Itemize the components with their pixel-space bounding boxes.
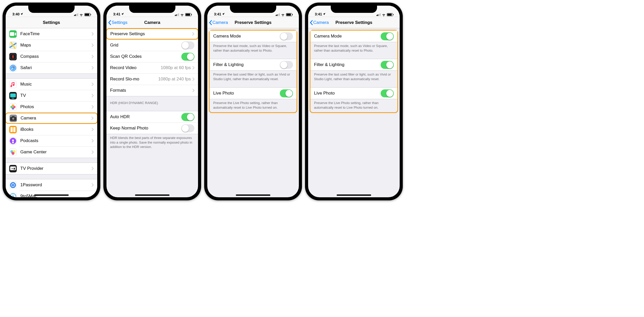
row-value: 1080p at 240 fps [158, 77, 191, 82]
chevron-right-icon [192, 89, 194, 92]
maps-icon [9, 42, 17, 49]
tv-icon [9, 92, 17, 99]
settings-row-auto-hdr[interactable]: Auto HDR [106, 111, 198, 123]
wifi-icon [382, 13, 386, 16]
settings-row-filter-lighting[interactable]: Filter & Lighting [310, 59, 397, 70]
settings-row-camera-mode[interactable]: Camera Mode [310, 31, 397, 42]
settings-row-podcasts[interactable]: Podcasts [6, 135, 97, 146]
settings-row-game-center[interactable]: Game Center [6, 146, 97, 158]
wifi-icon [79, 13, 83, 16]
toggle-switch[interactable] [280, 61, 293, 69]
photos-icon [9, 103, 17, 111]
home-indicator[interactable] [236, 194, 270, 196]
nav-bar: CameraPreserve Settings [207, 17, 299, 28]
signal-icon [74, 13, 78, 16]
settings-row-camera[interactable]: Camera [6, 113, 97, 124]
row-label: Podcasts [20, 138, 92, 143]
settings-row-tv[interactable]: TV [6, 90, 97, 101]
settings-row-keep-normal-photo[interactable]: Keep Normal Photo [106, 123, 198, 134]
home-indicator[interactable] [337, 194, 371, 196]
location-icon [222, 12, 225, 16]
group-footer: Preserve the Live Photo setting, rather … [310, 99, 397, 111]
books-icon [9, 126, 17, 133]
group-header: HDR (HIGH DYNAMIC RANGE) [106, 96, 198, 106]
settings-row-record-video[interactable]: Record Video1080p at 60 fps [106, 62, 198, 73]
toggle-switch[interactable] [381, 61, 394, 69]
settings-content[interactable]: Camera ModePreserve the last mode, such … [207, 28, 299, 197]
svg-rect-22 [13, 184, 13, 186]
row-label: Record Video [110, 65, 161, 70]
chevron-right-icon [91, 116, 93, 120]
row-label: Grid [110, 43, 181, 48]
battery-icon [387, 13, 393, 16]
row-label: Preserve Settings [110, 31, 192, 36]
settings-row-camera-mode[interactable]: Camera Mode [210, 31, 297, 42]
settings-row-1password[interactable]: 1Password [6, 179, 97, 191]
toggle-switch[interactable] [381, 32, 394, 40]
location-icon [121, 12, 124, 16]
nav-back-button[interactable]: Camera [308, 20, 329, 25]
row-label: TV [20, 93, 92, 98]
music-icon [9, 81, 17, 88]
settings-row-live-photo[interactable]: Live Photo [310, 88, 397, 99]
signal-icon [175, 13, 179, 16]
camera-icon [10, 115, 17, 122]
compass-icon [9, 53, 17, 60]
safari-icon [9, 64, 17, 72]
nineto5-icon [9, 193, 17, 198]
settings-row-filter-lighting[interactable]: Filter & Lighting [210, 59, 297, 70]
toggle-switch[interactable] [381, 89, 394, 97]
battery-icon [84, 13, 91, 16]
settings-row-maps[interactable]: Maps [6, 40, 97, 51]
chevron-right-icon [192, 66, 194, 70]
settings-row-formats[interactable]: Formats [106, 85, 198, 96]
location-icon [20, 12, 23, 16]
settings-row-grid[interactable]: Grid [106, 40, 198, 51]
svg-point-10 [10, 106, 13, 108]
settings-row-compass[interactable]: Compass [6, 51, 97, 62]
row-label: Record Slo-mo [110, 77, 158, 82]
settings-content[interactable]: FaceTimeMapsCompassSafariMusicTVPhotosCa… [6, 28, 97, 197]
toggle-switch[interactable] [280, 89, 293, 97]
settings-row-preserve-settings[interactable]: Preserve Settings [106, 28, 198, 40]
settings-row-facetime[interactable]: FaceTime [6, 28, 97, 40]
row-label: Filter & Lighting [314, 62, 381, 67]
settings-row-safari[interactable]: Safari [6, 62, 97, 73]
home-indicator[interactable] [135, 194, 169, 196]
settings-row-9to5mac[interactable]: 9to5Mac [6, 191, 97, 197]
nav-bar: Settings [6, 17, 97, 28]
svg-rect-17 [10, 166, 16, 170]
settings-content[interactable]: Camera ModePreserve the last mode, such … [308, 28, 400, 197]
toggle-switch[interactable] [181, 113, 194, 121]
nav-back-button[interactable]: Camera [207, 20, 228, 25]
row-label: Camera Mode [213, 34, 280, 39]
location-icon [323, 12, 326, 16]
settings-row-music[interactable]: Music [6, 79, 97, 90]
group-footer: Preserve the last mode, such as Video or… [210, 42, 297, 54]
nav-bar: SettingsCamera [106, 17, 198, 28]
nav-back-button[interactable]: Settings [106, 20, 127, 25]
chevron-right-icon [92, 167, 94, 170]
row-label: Scan QR Codes [110, 54, 181, 59]
settings-row-scan-qr-codes[interactable]: Scan QR Codes [106, 51, 198, 62]
toggle-switch[interactable] [280, 32, 293, 40]
home-indicator[interactable] [34, 194, 69, 196]
chevron-right-icon [192, 77, 194, 81]
toggle-switch[interactable] [181, 53, 194, 61]
chevron-right-icon [92, 82, 94, 86]
nav-bar: CameraPreserve Settings [308, 17, 400, 28]
chevron-right-icon [92, 139, 94, 143]
toggle-switch[interactable] [181, 41, 194, 49]
row-label: Photos [20, 104, 92, 109]
row-label: Live Photo [213, 91, 280, 96]
settings-content[interactable]: Preserve SettingsGridScan QR CodesRecord… [106, 28, 198, 197]
chevron-right-icon [92, 32, 94, 36]
settings-row-tv-provider[interactable]: TV Provider [6, 163, 97, 174]
toggle-switch[interactable] [181, 124, 194, 132]
settings-row-photos[interactable]: Photos [6, 101, 97, 113]
settings-row-live-photo[interactable]: Live Photo [210, 88, 297, 99]
chevron-right-icon [92, 55, 94, 58]
settings-row-ibooks[interactable]: iBooks [6, 124, 97, 135]
row-label: Keep Normal Photo [110, 126, 181, 131]
settings-row-record-slo-mo[interactable]: Record Slo-mo1080p at 240 fps [106, 73, 198, 85]
